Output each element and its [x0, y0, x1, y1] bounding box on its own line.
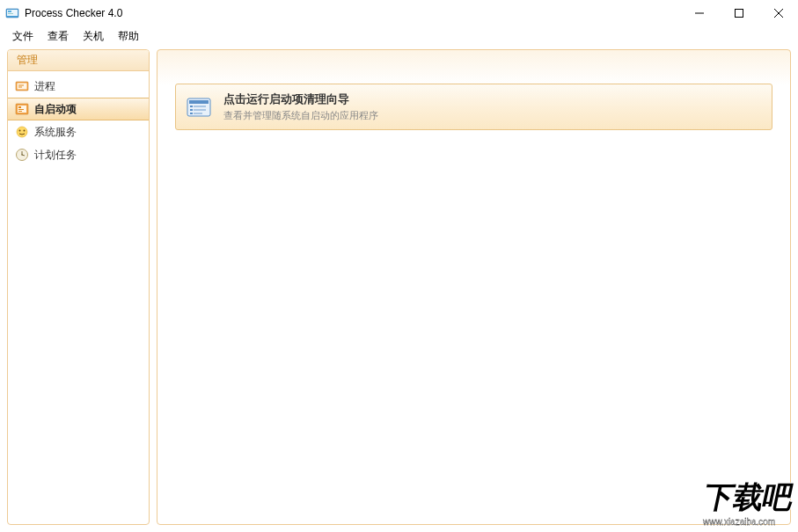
svg-rect-5: [735, 10, 743, 18]
startup-icon: [15, 102, 29, 116]
close-button[interactable]: [758, 0, 798, 26]
sidebar-item-label: 系统服务: [34, 125, 77, 140]
svg-rect-14: [18, 106, 21, 108]
sidebar-item-process[interactable]: 进程: [8, 75, 149, 98]
titlebar: Process Checker 4.0: [0, 0, 798, 26]
svg-rect-25: [189, 100, 209, 104]
menubar: 文件 查看 关机 帮助: [0, 26, 798, 46]
svg-rect-3: [8, 13, 13, 14]
menu-help[interactable]: 帮助: [111, 27, 146, 46]
svg-rect-27: [194, 106, 206, 107]
svg-point-23: [21, 154, 23, 156]
card-text: 点击运行启动项清理向导 查看并管理随系统自启动的应用程序: [223, 91, 378, 122]
svg-point-19: [24, 130, 26, 132]
process-icon: [15, 79, 29, 93]
sidebar-item-scheduled[interactable]: 计划任务: [8, 143, 149, 166]
window-controls: [679, 0, 798, 26]
sidebar: 管理 进程: [7, 49, 150, 525]
menu-view[interactable]: 查看: [40, 27, 76, 46]
sidebar-item-label: 计划任务: [34, 148, 77, 163]
sidebar-items: 进程 自启动项: [8, 71, 149, 170]
svg-rect-29: [194, 109, 206, 111]
window-title: Process Checker 4.0: [25, 7, 679, 19]
sidebar-item-startup[interactable]: 自启动项: [8, 98, 149, 120]
startup-wizard-card[interactable]: 点击运行启动项清理向导 查看并管理随系统自启动的应用程序: [175, 84, 772, 130]
services-icon: [15, 125, 29, 139]
card-title: 点击运行启动项清理向导: [223, 91, 378, 107]
app-icon: [5, 6, 19, 20]
main-panel: 点击运行启动项清理向导 查看并管理随系统自启动的应用程序: [157, 49, 791, 525]
maximize-button[interactable]: [719, 0, 758, 26]
card-description: 查看并管理随系统自启动的应用程序: [223, 109, 378, 122]
minimize-button[interactable]: [679, 0, 719, 26]
sidebar-item-services[interactable]: 系统服务: [8, 120, 149, 143]
svg-rect-15: [18, 109, 24, 110]
sidebar-item-label: 进程: [34, 79, 55, 94]
sidebar-header: 管理: [8, 50, 149, 71]
sidebar-item-label: 自启动项: [34, 102, 77, 117]
svg-rect-16: [18, 111, 22, 112]
svg-rect-30: [190, 113, 193, 114]
menu-file[interactable]: 文件: [5, 27, 40, 46]
svg-rect-31: [194, 113, 202, 114]
svg-point-17: [17, 127, 27, 137]
scheduled-icon: [15, 148, 29, 162]
svg-rect-2: [8, 11, 11, 12]
svg-rect-26: [190, 106, 193, 107]
svg-rect-28: [190, 109, 193, 111]
content: 管理 进程: [7, 49, 791, 525]
menu-shutdown[interactable]: 关机: [76, 27, 111, 46]
svg-point-18: [19, 130, 21, 132]
wizard-icon: [185, 93, 213, 121]
svg-rect-9: [18, 84, 27, 90]
